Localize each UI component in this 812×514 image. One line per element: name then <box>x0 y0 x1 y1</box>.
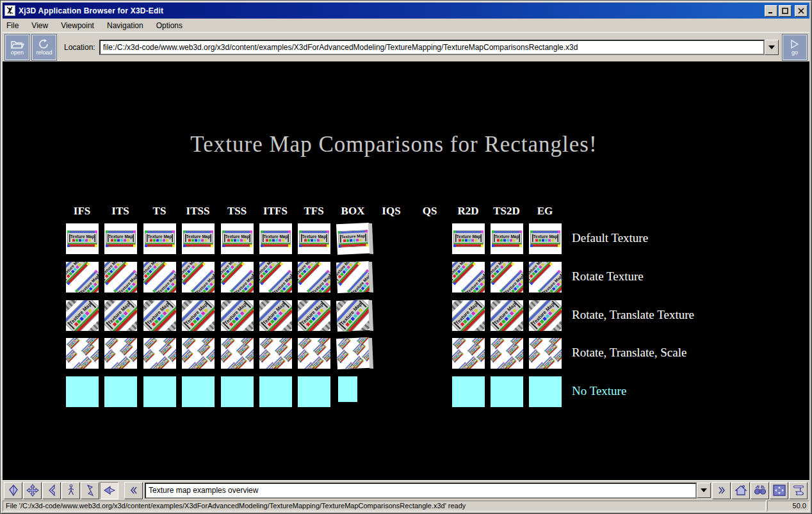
open-button[interactable]: open <box>5 35 29 60</box>
maximize-button[interactable] <box>779 5 792 17</box>
menu-item-viewpoint[interactable]: Viewpoint <box>61 20 99 31</box>
viewpoint-description-input[interactable] <box>145 483 697 499</box>
fly-mode-button[interactable] <box>4 482 22 499</box>
tile-TFS-default: Texture Map <box>298 223 330 254</box>
tile-surface: Texture Map Texture Map <box>298 262 330 293</box>
tile-surface: Texture Map <box>66 223 99 254</box>
x3d-canvas[interactable]: Texture Map Comparisons for Rectangles! … <box>3 61 809 480</box>
pan-mode-button[interactable] <box>23 482 42 499</box>
tile-ITS-rotate: Texture Map Texture Map <box>104 262 137 293</box>
tile-ITSS-rotate_translate: Texture Map <box>182 300 215 331</box>
reload-button-label: reload <box>36 49 52 56</box>
tile-surface: Texture Map Texture Map Texture Map Text… <box>336 337 369 369</box>
viewpoint-dropdown-button[interactable] <box>697 483 711 498</box>
texture-map-image: Texture Map <box>106 230 136 247</box>
navigation-toolbar <box>3 480 809 500</box>
texture-map-image: Texture Map <box>259 349 272 363</box>
row-label-rotate: Rotate Texture <box>572 269 644 284</box>
texture-map-image: Texture Map <box>260 338 274 349</box>
tile-R2D-no_texture <box>452 376 485 407</box>
location-label: Location: <box>64 43 95 52</box>
svg-text:Texture Map: Texture Map <box>456 234 480 239</box>
texture-map-image: Texture Map <box>67 230 97 247</box>
texture-map-image: Texture Map <box>337 230 368 248</box>
reload-icon <box>38 39 50 49</box>
tile-surface: Texture Map Texture Map <box>529 262 562 293</box>
texture-band: Texture Map <box>452 349 464 363</box>
texture-map-image: Texture Map <box>222 230 252 247</box>
tile-surface: Texture Map <box>298 300 330 331</box>
tile-surface: Texture Map <box>491 223 523 254</box>
svg-text:Texture Map: Texture Map <box>147 234 172 239</box>
texture-map-image: Texture Map <box>336 349 348 364</box>
tile-TS2D-rotate_translate: Texture Map <box>491 300 523 331</box>
tile-surface: Texture Map Texture Map Texture Map Text… <box>104 338 137 369</box>
texture-band: Texture Map <box>183 230 213 247</box>
double-chevron-left-icon <box>128 485 140 496</box>
texture-band: Texture Map <box>298 349 310 363</box>
open-folder-icon <box>10 39 24 49</box>
tile-TS-rotate_translate_scale: Texture Map Texture Map Texture Map Text… <box>143 338 176 369</box>
walk-mode-button[interactable] <box>61 482 80 499</box>
title-bar[interactable]: Xj3D Application Browser for X3D-Edit <box>3 3 809 19</box>
tile-TSS-default: Texture Map <box>221 223 254 254</box>
lookat-cone-icon <box>102 484 117 497</box>
texture-map-image: Texture Map <box>491 338 505 349</box>
tile-ITFS-rotate: Texture Map Texture Map <box>259 262 292 293</box>
menu-item-options[interactable]: Options <box>156 20 188 31</box>
texture-band: Texture Map <box>183 338 197 349</box>
tile-R2D-rotate: Texture Map Texture Map <box>452 262 485 293</box>
tile-surface: Texture Map <box>143 300 176 331</box>
double-chevron-right-icon <box>716 485 727 496</box>
tile-surface: Texture Map <box>104 223 137 254</box>
tile-TS-default: Texture Map <box>143 223 176 254</box>
tile-ITSS-default: Texture Map <box>182 223 215 254</box>
close-icon <box>798 8 804 14</box>
texture-band: Texture Map <box>145 230 175 247</box>
home-viewpoint-button[interactable] <box>731 482 750 499</box>
examine-mode-button[interactable] <box>81 482 99 499</box>
go-button[interactable]: go <box>783 35 807 60</box>
tile-surface: Texture Map Texture Map <box>221 262 254 293</box>
tile-ITFS-default: Texture Map <box>259 223 292 254</box>
column-header-ITFS: ITFS <box>255 205 296 218</box>
tile-ITS-rotate_translate_scale: Texture Map Texture Map Texture Map Text… <box>104 338 137 369</box>
column-header-TFS: TFS <box>293 205 334 218</box>
walk-person-icon <box>65 484 77 497</box>
tile-ITSS-rotate: Texture Map Texture Map <box>182 262 215 293</box>
menu-item-file[interactable]: File <box>6 20 24 31</box>
previous-viewpoint-button[interactable] <box>124 482 143 499</box>
texture-map-image: Texture Map <box>105 338 119 349</box>
next-viewpoint-button[interactable] <box>712 482 731 499</box>
texture-map-image: Texture Map <box>183 230 213 247</box>
location-input[interactable] <box>99 40 765 55</box>
close-button[interactable] <box>795 5 808 17</box>
reload-button[interactable]: reload <box>32 35 56 60</box>
fit-world-button[interactable] <box>770 482 788 499</box>
dropdown-arrow-icon <box>768 45 775 49</box>
tilt-mode-button[interactable] <box>42 482 61 499</box>
menu-item-navigation[interactable]: Navigation <box>107 20 149 31</box>
tile-surface: Texture Map Texture Map <box>104 262 137 293</box>
tile-surface: Texture Map Texture Map Texture Map Text… <box>182 338 215 369</box>
find-button[interactable] <box>751 482 769 499</box>
column-header-BOX: BOX <box>332 205 373 218</box>
fly-icon <box>7 484 20 497</box>
tile-IFS-no_texture <box>66 376 99 407</box>
lookat-mode-button[interactable] <box>100 482 118 499</box>
tile-ITFS-rotate_translate: Texture Map <box>259 300 292 331</box>
tile-TS2D-no_texture <box>491 376 523 407</box>
tile-EG-default: Texture Map <box>529 223 562 254</box>
console-button[interactable] <box>789 482 808 499</box>
scene-title: Texture Map Comparisons for Rectangles! <box>3 132 785 157</box>
tile-surface: Texture Map <box>452 300 485 331</box>
location-dropdown-button[interactable] <box>765 40 779 55</box>
menu-item-view[interactable]: View <box>31 20 53 31</box>
tile-surface: Texture Map <box>452 223 485 254</box>
column-header-IQS: IQS <box>371 205 412 218</box>
tile-TS2D-default: Texture Map <box>491 223 523 254</box>
minimize-button[interactable] <box>765 5 777 17</box>
texture-map-image: Texture Map <box>67 338 81 349</box>
texture-band: Texture Map <box>222 338 236 349</box>
tile-surface: Texture Map <box>336 223 369 255</box>
